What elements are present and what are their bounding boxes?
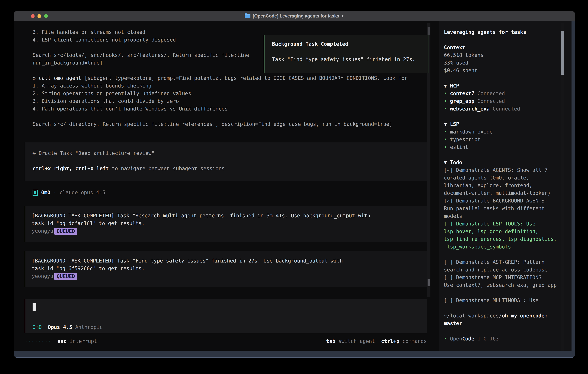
text-segment: LSP (450, 121, 459, 127)
text-segment: 3. Division operations that could divide… (32, 98, 179, 104)
text-segment: · (50, 190, 60, 195)
text-segment: eslint (450, 144, 468, 150)
text-line (32, 113, 429, 120)
text-line (444, 74, 560, 82)
text-line: ▼ LSP (444, 120, 560, 128)
text-line: ctrl+x right, ctrl+x left to navigate be… (32, 165, 427, 172)
text-line: OmO Opus 4.5 Anthropic (32, 323, 103, 331)
text-line (444, 251, 560, 258)
text-segment: lsp_hover, lsp_goto_definition, (444, 229, 538, 234)
text-line: 4. Path operations that don't handle Win… (32, 105, 429, 113)
text-segment: commands (399, 338, 427, 344)
text-segment: context7 (450, 91, 474, 96)
text-segment: [BACKGROUND TASK COMPLETED] Task "Resear… (32, 213, 370, 218)
text-segment: Opus 4.5 (48, 324, 72, 330)
sidebar: Leveraging agents for tasks Context66,51… (444, 28, 560, 343)
text-line: ~/local-workspaces/oh-my-opencode: (444, 312, 560, 320)
close-button[interactable] (31, 14, 35, 18)
text-line: 2. String operations on potentially unde… (32, 90, 429, 97)
text-line: $0.46 spent (444, 67, 560, 74)
sidebar-scrollbar-thumb[interactable] (561, 31, 564, 75)
text-segment: switch agent (335, 338, 375, 344)
text-line: [✓] Demonstrate AGENTS: Show all 7 (444, 166, 560, 174)
text-line: [BACKGROUND TASK COMPLETED] Task "Find t… (32, 257, 427, 265)
text-line: Leveraging agents for tasks (444, 28, 560, 36)
text-segment: ◉ Oracle Task "Deep architecture review" (32, 150, 155, 156)
text-segment: 1. Array access without bounds checking (32, 83, 151, 89)
text-segment: models (444, 213, 462, 219)
agent-header-text: OmO · claude-opus-4-5 (41, 189, 105, 197)
text-segment: ········ (25, 338, 51, 344)
text-line (444, 289, 560, 297)
text-segment: librarian, explore, frontend, (444, 183, 532, 188)
text-line: ⚙ call_omo_agent [subagent_type=explore,… (32, 74, 429, 82)
text-segment: Connected (490, 106, 520, 112)
text-line: [BACKGROUND TASK COMPLETED] Task "Resear… (32, 212, 427, 219)
zoom-button[interactable] (44, 14, 48, 18)
text-segment: search and replace across codebase (444, 267, 547, 273)
text-line: [ ] Demonstrate MULTIMODAL: Use (444, 297, 560, 304)
text-segment: MCP (450, 83, 459, 89)
text-segment: ▼ (444, 159, 450, 165)
text-segment: 3. File handles or streams not closed (32, 29, 145, 35)
notification-body: Task "Find type safety issues" finished … (272, 56, 415, 62)
text-segment: • (444, 129, 450, 135)
text-segment: typescript (450, 136, 481, 142)
text-segment: [ ] Demonstrate MCP INTEGRATIONS: (444, 274, 545, 280)
text-segment (51, 338, 57, 344)
minimize-button[interactable] (37, 14, 41, 18)
text-line: ▼ Todo (444, 159, 560, 166)
text-segment: OmO (32, 324, 42, 330)
text-line: • grep_app Connected (444, 97, 560, 105)
text-segment: ctrl+p (381, 338, 399, 344)
text-segment: [✓] Demonstrate BACKGROUND AGENTS: (444, 198, 547, 204)
text-segment: ▼ (444, 121, 450, 127)
text-segment: 33% used (444, 60, 468, 66)
text-segment: Search src/tools/, src/hooks/, src/featu… (32, 52, 249, 58)
text-segment: yeongyu (32, 228, 53, 234)
text-line: lsp_hover, lsp_goto_definition, (444, 228, 560, 235)
agent-header: OmO · claude-opus-4-5 (32, 189, 105, 197)
main-scrollbar-thumb-top[interactable] (428, 27, 430, 35)
text-segment: [ ] Demonstrate MULTIMODAL: Use (444, 298, 538, 303)
text-line: search and replace across codebase (444, 266, 560, 274)
text-segment: task_id="bg_6f59260c" to get results. (32, 266, 145, 271)
text-line: task_id="bg_6f59260c" to get results. (32, 265, 427, 272)
text-segment: ctrl+x right, ctrl+x left (32, 166, 109, 171)
text-segment: ⚙ call_omo_agent (32, 75, 84, 81)
text-segment: markdown-oxide (450, 129, 493, 135)
folder-icon (245, 14, 251, 18)
message-card-type-safety: [BACKGROUND TASK COMPLETED] Task "Find t… (25, 251, 427, 287)
text-segment: Use context7, websearch_exa, grep_app (444, 282, 557, 288)
progress-circle-icon: ◐ (342, 13, 344, 19)
text-segment: • (444, 144, 450, 150)
text-segment (72, 324, 75, 330)
text-segment: tab (326, 338, 335, 344)
text-segment: esc (57, 338, 67, 344)
text-line: models (444, 212, 560, 220)
text-segment (42, 324, 48, 330)
text-line (444, 36, 560, 44)
background-task-notification[interactable]: Background Task Completed Task "Find typ… (264, 35, 430, 73)
text-segment: [ ] Demonstrate LSP TOOLS: Use (444, 221, 535, 227)
text-line: [ ] Demonstrate MCP INTEGRATIONS: (444, 274, 560, 281)
notification-title: Background Task Completed (272, 41, 348, 47)
text-line (32, 157, 427, 165)
text-segment: • (444, 98, 450, 104)
text-segment: • (444, 91, 450, 96)
text-line: ▼ MCP (444, 82, 560, 90)
text-segment: websearch_exa (450, 106, 490, 112)
main-scrollbar-thumb[interactable] (428, 279, 430, 286)
text-line: yeongyuQUEUED (32, 272, 427, 280)
text-segment: Anthropic (75, 324, 103, 330)
text-line: Use context7, websearch_exa, grep_app (444, 281, 560, 289)
text-segment: task_id="bg_dcfac161" to get results. (32, 220, 145, 226)
text-line: [ ] Demonstrate LSP TOOLS: Use (444, 220, 560, 228)
model-info-line: OmO Opus 4.5 Anthropic (32, 323, 103, 331)
text-segment: • (444, 106, 450, 112)
text-segment: [BACKGROUND TASK COMPLETED] Task "Find t… (32, 258, 343, 264)
prompt-input[interactable]: OmO Opus 4.5 Anthropic (25, 299, 427, 333)
text-segment: OmO (41, 190, 50, 195)
text-segment: document-writer, multimodal-looker) (444, 190, 551, 196)
text-segment: 4. Path operations that don't handle Win… (32, 106, 228, 112)
